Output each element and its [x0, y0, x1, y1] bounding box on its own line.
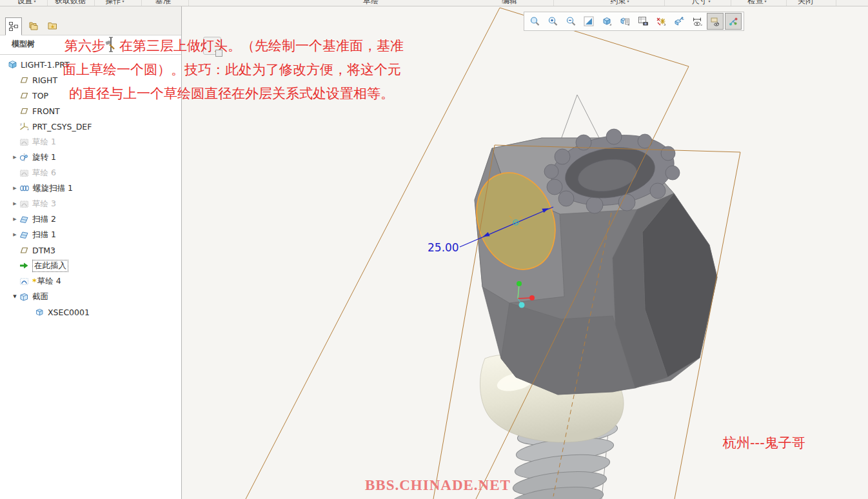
- sweep-icon: [19, 230, 29, 239]
- tree-item-csys[interactable]: y x PRT_CSYS_DEF: [0, 119, 188, 133]
- tree-item-label: 螺旋扫描 1: [33, 183, 73, 194]
- graphics-toolbar: [524, 12, 744, 31]
- hover-mini-icon: [215, 50, 222, 57]
- annotation-display-icon: [692, 16, 703, 26]
- datum-display-button[interactable]: [653, 13, 669, 30]
- tab-favorites[interactable]: [44, 17, 61, 34]
- svg-text:x: x: [27, 127, 29, 131]
- zoom-out-button[interactable]: [562, 13, 579, 30]
- tree-item-label: XSEC0001: [48, 308, 90, 317]
- ribbon-group-edit[interactable]: 编辑: [502, 0, 517, 6]
- sweep-icon: [19, 215, 29, 224]
- tree-item-sketch3[interactable]: ▶ 草绘 3: [0, 197, 188, 211]
- tree-item-label: 草绘 6: [32, 168, 56, 179]
- ribbon-group-dimension[interactable]: 尺寸▾: [691, 0, 710, 6]
- annotation-line-3: 的直径与上一个草绘圆直径在外层关系式处设置相等。: [69, 84, 394, 103]
- ribbon-group-operations[interactable]: 操作▾: [105, 0, 124, 6]
- tree-item-sweep1[interactable]: ▶ 扫描 1: [0, 228, 188, 242]
- revolve-icon: [19, 153, 29, 162]
- display-style-cube-icon: [602, 16, 613, 26]
- tree-item-sweep2[interactable]: ▶ 扫描 2: [0, 212, 188, 226]
- tree-item-insert-here[interactable]: 在此插入: [0, 259, 188, 273]
- refit-icon: [584, 16, 594, 26]
- zoom-in-icon: [547, 16, 558, 27]
- insert-here-arrow-icon: [19, 261, 29, 270]
- tree-item-front-plane[interactable]: FRONT: [0, 104, 188, 118]
- ribbon-group-datum[interactable]: 基准: [155, 0, 171, 6]
- refit-button[interactable]: [580, 13, 597, 30]
- chevron-down-icon: ▾: [122, 0, 124, 3]
- zoom-window-button[interactable]: [526, 13, 543, 30]
- tree-item-label: FRONT: [32, 106, 60, 116]
- folders-icon: [28, 21, 39, 31]
- spin-center-toggle-button[interactable]: [725, 13, 742, 30]
- tab-model-tree[interactable]: [5, 17, 22, 35]
- ribbon-group-constrain[interactable]: 约束▾: [610, 0, 629, 6]
- tab-folder-browser[interactable]: [25, 17, 41, 34]
- display-style-button[interactable]: [598, 13, 615, 30]
- tree-item-label: RIGHT: [32, 75, 57, 85]
- model-tree-icon: [8, 21, 19, 32]
- spin-center-icon: [728, 16, 739, 26]
- tree-item-label: PRT_CSYS_DEF: [32, 122, 92, 132]
- zoom-in-button[interactable]: [544, 13, 561, 30]
- tree-item-xsec0001[interactable]: XSEC0001: [0, 305, 203, 319]
- expand-arrow-icon[interactable]: ▶: [10, 217, 19, 222]
- sketch-icon: [19, 169, 29, 177]
- forum-watermark: BBS.CHINADE.NET: [365, 477, 511, 494]
- chevron-down-icon: ▾: [708, 0, 710, 3]
- expand-arrow-icon[interactable]: ▶: [10, 201, 19, 206]
- tree-item-label: 截面: [32, 291, 48, 302]
- tree-item-helical-sweep1[interactable]: ▶ 螺旋扫描 1: [0, 181, 188, 195]
- chevron-down-icon: ▾: [34, 0, 35, 3]
- tree-item-label: DTM3: [32, 246, 55, 255]
- cross-section-icon: [35, 308, 44, 317]
- tree-item-revolve1[interactable]: ▶ 旋转 1: [0, 150, 188, 164]
- section-folder-icon: [19, 292, 29, 301]
- datum-display-icon: [656, 16, 667, 26]
- ribbon-group-get-data[interactable]: 获取数据: [55, 0, 86, 6]
- ribbon-group-inspect[interactable]: 检查▾: [747, 0, 766, 6]
- dimension-value: 25.00: [428, 241, 459, 254]
- plane-display-toggle-button[interactable]: [707, 13, 724, 30]
- panel-title: 模型树: [12, 39, 35, 50]
- svg-text:y: y: [20, 122, 22, 126]
- view-manager-button[interactable]: [635, 13, 651, 30]
- layer-display-button[interactable]: [671, 13, 687, 30]
- datum-plane-icon: [19, 76, 29, 84]
- expand-arrow-icon[interactable]: ▶: [10, 155, 19, 160]
- tree-item-sections[interactable]: ▼ 截面: [0, 289, 188, 304]
- author-signature: 杭州---鬼子哥: [723, 434, 805, 452]
- datum-plane-icon: [19, 107, 29, 115]
- tree-item-label: 在此插入: [32, 260, 68, 272]
- ribbon-group-setup[interactable]: 设置▾: [17, 0, 35, 6]
- tree-item-sketch6[interactable]: 草绘 6: [0, 166, 188, 180]
- sketch-icon: [19, 200, 29, 208]
- saved-views-icon: [620, 16, 631, 26]
- annotation-display-button[interactable]: [689, 13, 705, 30]
- ribbon-group-close[interactable]: 关闭: [798, 0, 813, 6]
- tree-item-sketch4[interactable]: * 草绘 4: [0, 274, 188, 288]
- expand-arrow-icon[interactable]: ▶: [10, 186, 19, 191]
- sketch-active-icon: [19, 277, 29, 286]
- tree-item-dtm3[interactable]: DTM3: [0, 243, 188, 257]
- tool-cursor-icon: [104, 36, 119, 54]
- chevron-down-icon: ▾: [627, 0, 629, 3]
- lamp-model: [463, 127, 717, 499]
- ribbon-group-sketch[interactable]: 草绘: [363, 0, 379, 6]
- tree-item-label: 草绘 4: [37, 276, 61, 287]
- collapse-arrow-icon[interactable]: ▼: [10, 294, 19, 299]
- datum-plane-icon: [19, 246, 29, 254]
- datum-plane-icon: [19, 92, 29, 99]
- expand-arrow-icon[interactable]: ▶: [10, 232, 19, 237]
- tree-item-label: 草绘 1: [32, 137, 56, 148]
- saved-views-button[interactable]: [616, 13, 633, 30]
- tree-item-sketch1[interactable]: 草绘 1: [0, 135, 188, 149]
- zoom-out-icon: [566, 16, 577, 27]
- helical-sweep-icon: [19, 184, 30, 193]
- chevron-down-icon: ▾: [764, 0, 766, 3]
- tree-item-label: 旋转 1: [32, 152, 56, 163]
- model-tree-panel: 模型树 LIGHT-1.PRT RIGHT TOP FRONT: [0, 6, 182, 499]
- zoom-window-icon: [529, 16, 540, 27]
- layer-display-icon: [674, 16, 685, 26]
